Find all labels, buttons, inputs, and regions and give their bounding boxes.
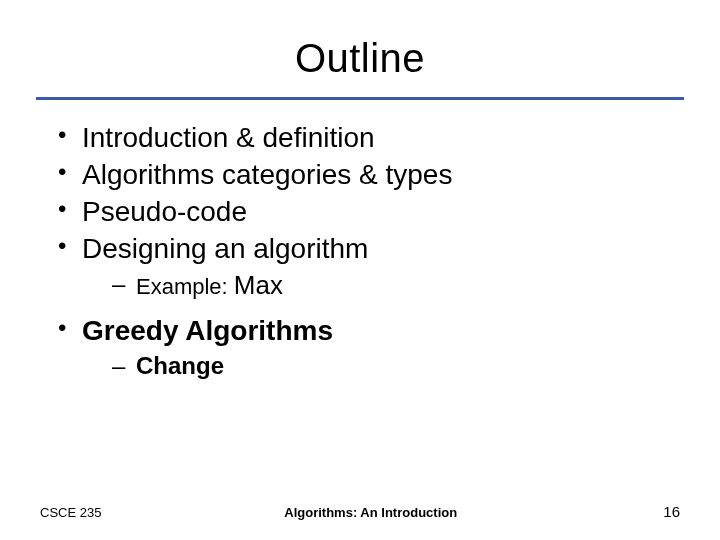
list-item: Change [82,350,668,382]
slide-number: 16 [640,503,680,520]
outline-sublist: Example: Max [82,268,668,303]
bullet-text: Introduction & definition [82,122,375,153]
list-item: Algorithms categories & types [52,157,668,192]
title-area: Outline [0,0,720,91]
footer-course: CSCE 235 [40,505,101,520]
bullet-text: Algorithms categories & types [82,159,452,190]
list-item: Example: Max [82,268,668,303]
subbullet-label: Example: [136,274,234,299]
bullet-text: Pseudo-code [82,196,247,227]
list-item: Introduction & definition [52,120,668,155]
footer: CSCE 235 Algorithms: An Introduction 16 [0,503,720,520]
footer-title: Algorithms: An Introduction [101,505,640,520]
slide: Outline Introduction & definition Algori… [0,0,720,540]
content-area: Introduction & definition Algorithms cat… [0,100,720,382]
slide-title: Outline [0,36,720,81]
list-item: Pseudo-code [52,194,668,229]
list-item: Designing an algorithm Example: Max [52,231,668,303]
bullet-text: Greedy Algorithms [82,315,333,346]
subbullet-text: Change [136,352,224,379]
subbullet-value: Max [234,270,283,300]
bullet-text: Designing an algorithm [82,233,368,264]
list-item: Greedy Algorithms Change [52,313,668,382]
outline-sublist: Change [82,350,668,382]
outline-list: Introduction & definition Algorithms cat… [52,120,668,382]
